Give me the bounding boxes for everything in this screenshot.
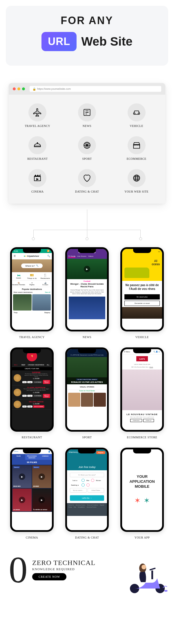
category-news: NEWS bbox=[65, 103, 109, 128]
firstname-input: Hi, What's your first name? bbox=[70, 473, 104, 477]
radio-man2 bbox=[81, 483, 85, 487]
category-travel: TRAVEL AGENCY bbox=[16, 103, 59, 128]
register-button: Register bbox=[96, 451, 105, 454]
category-sport: SPORT bbox=[65, 136, 109, 160]
signal-icon: 📶 bbox=[47, 250, 50, 252]
tripadvisor-logo: ●● tripadvisor bbox=[24, 255, 39, 257]
radio-woman bbox=[91, 479, 94, 482]
minimize-icon bbox=[17, 87, 20, 90]
dating-footer: Contact Useharmony Careers Terms and Con… bbox=[67, 503, 107, 516]
hero-line2: Web Site bbox=[81, 35, 133, 49]
lock-icon: 🔒 bbox=[32, 87, 36, 91]
star-icon: ✶ bbox=[144, 496, 150, 505]
svg-point-17 bbox=[164, 590, 168, 592]
restaurant-icon bbox=[28, 136, 46, 154]
svg-point-16 bbox=[142, 565, 146, 569]
scooter-illustration bbox=[126, 557, 169, 594]
search-icon: 🔍 bbox=[47, 255, 50, 257]
eharmony-logo: eharmony bbox=[69, 451, 78, 453]
phone-sport: FIFA.com À L'AFFICHE Classement mondial … bbox=[62, 347, 112, 439]
phone-vehicle: ○○○○ AllAll Accessccess Ne passez pas à … bbox=[117, 247, 167, 339]
category-grid: TRAVEL AGENCY NEWS VEHICLE RESTAURANT SP… bbox=[9, 95, 165, 204]
globe-icon bbox=[128, 169, 146, 187]
category-yoursite: YOUR WEB SITE bbox=[115, 169, 158, 193]
star-icon: ✶ bbox=[134, 496, 141, 505]
where-input: Where to? 🔍 bbox=[21, 263, 42, 268]
play-icon: ▶ bbox=[39, 473, 45, 480]
car-icon bbox=[128, 103, 146, 121]
tree-connector bbox=[9, 212, 165, 247]
play-icon: ▶ bbox=[19, 497, 25, 503]
hero-card: FOR ANY URL Web Site bbox=[6, 6, 168, 66]
letsgo-button: Let's Go → bbox=[70, 495, 104, 501]
ball-icon bbox=[78, 136, 96, 154]
zero-section: 0 ZERO TECHNICAL KNOWLEDGE REQUIRED CREA… bbox=[0, 548, 174, 597]
phone-restaurant: 🍕 NO.1 BEEF CHICKEN VEGETARIAN ALL CREAT… bbox=[7, 347, 57, 439]
address-bar: 🔒 https://www.yourwebsite.com bbox=[30, 86, 161, 92]
phone-yourapp: YOUR APPLICATION MOBILE ✶ ✶ YOUR APP bbox=[117, 448, 167, 539]
car-image bbox=[124, 268, 149, 278]
zero-number: 0 bbox=[9, 551, 28, 589]
zero-subtitle: KNOWLEDGE REQUIRED bbox=[32, 567, 95, 571]
menu-icon: ☰ Menu bbox=[124, 351, 130, 353]
browser-mock: 🔒 https://www.yourwebsite.com TRAVEL AGE… bbox=[9, 83, 165, 204]
play-icon: ▶ bbox=[39, 497, 45, 503]
play-icon: ▶ bbox=[84, 266, 90, 272]
category-dating: DATING & CHAT bbox=[65, 169, 109, 193]
svg-rect-14 bbox=[151, 571, 153, 579]
url-text: https://www.yourwebsite.com bbox=[37, 87, 71, 90]
yourapp-text: YOUR APPLICATION MOBILE bbox=[129, 474, 155, 489]
ecom-hero-image bbox=[122, 369, 162, 410]
cart-icon: 🔍 👤 🛒 bbox=[153, 351, 160, 353]
play-icon: ▶ bbox=[19, 473, 25, 480]
user-icon: 👤 bbox=[48, 451, 50, 453]
radio-woman2 bbox=[86, 483, 90, 487]
browser-bar: 🔒 https://www.yourwebsite.com bbox=[9, 83, 165, 95]
zero-title: ZERO TECHNICAL bbox=[32, 559, 95, 567]
category-cinema: CINEMA bbox=[16, 169, 59, 193]
news-icon bbox=[78, 103, 96, 121]
hero-line1: FOR ANY bbox=[12, 15, 162, 27]
radio-man bbox=[81, 479, 85, 482]
create-now-button[interactable]: CREATE NOW bbox=[32, 573, 66, 580]
heart-icon bbox=[78, 169, 96, 187]
maximize-icon bbox=[22, 87, 25, 90]
url-badge: URL bbox=[41, 32, 77, 51]
svg-point-4 bbox=[37, 143, 38, 143]
audi-logo: ○○○○ bbox=[158, 251, 160, 252]
category-ecommerce: ECOMMERCE bbox=[115, 136, 158, 160]
menu-icon: ☰ bbox=[14, 255, 16, 257]
category-restaurant: RESTAURANT bbox=[16, 136, 59, 160]
sport-hero-image: THE BEST FIFA FOOTBALL AWARDSRONALDO VU … bbox=[67, 357, 107, 384]
vehicle-footer-image bbox=[122, 307, 162, 319]
phone-grid: 9:41📶 ☰●● tripadvisor🔍 Where to? 🔍 🛏Hote… bbox=[0, 247, 174, 548]
news-hero-image: ▶ bbox=[67, 259, 107, 279]
levis-logo: Levi's bbox=[136, 356, 148, 361]
cinema-icon bbox=[28, 169, 46, 187]
phone-ecommerce: ☰ Menu🔍 👤 🛒 Levi's LEVI'S® PRIDE COLLECT… bbox=[117, 347, 167, 439]
news-image-2 bbox=[69, 297, 105, 319]
plane-icon bbox=[28, 103, 46, 121]
category-vehicle: VEHICLE bbox=[115, 103, 158, 128]
phone-cinema: OffresUGC👤 FILMSPROCHAINES SÉANCESCINÉMA… bbox=[7, 448, 57, 539]
allaccess-logo: AllAll Accessccess bbox=[152, 259, 160, 266]
store-icon bbox=[128, 136, 146, 154]
learn-more-button: En savoir plus bbox=[124, 294, 160, 299]
phone-dating: eharmony Register Join free today Hi, Wh… bbox=[62, 448, 112, 539]
close-icon bbox=[13, 87, 16, 90]
request-trial-button: Demander un essai bbox=[124, 301, 160, 306]
phone-travel: 9:41📶 ☰●● tripadvisor🔍 Where to? 🔍 🛏Hote… bbox=[7, 247, 57, 339]
phone-news: beIN SPORTS TV GuideLive ScoresVideos ▶ … bbox=[62, 247, 112, 339]
